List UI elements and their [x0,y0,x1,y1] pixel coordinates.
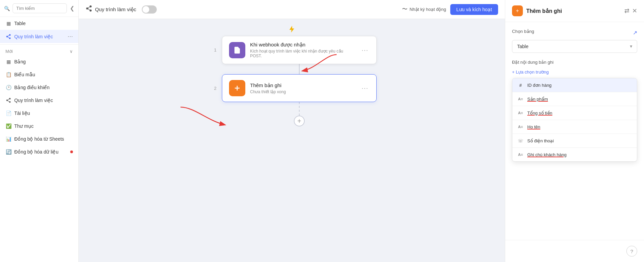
dulieu-icon: 🔄 [5,149,12,155]
tailieu-icon: 📄 [5,110,12,116]
id-donhang-label: ID đơn hàng [527,83,552,88]
step-1-card[interactable]: Khi webhook được nhận Kích hoạt quy trìn… [222,36,377,64]
san-pham-label: Sản phẩm [527,97,548,102]
bieumau-icon: 📋 [5,72,12,78]
add-record-icon: + [516,8,519,14]
dropdown-item-tong-so-tien[interactable]: A≡ Tổng số tiền [512,106,637,120]
sidebar-item-dongbohoa-sheets[interactable]: 📊 Đồng bộ hóa từ Sheets [0,133,78,145]
swap-panel-button[interactable]: ⇄ [624,7,629,15]
help-button[interactable]: ? [626,246,637,257]
dropdown-item-so-dien-thoai[interactable]: ☏ Số điện thoại [512,134,637,147]
search-input[interactable] [13,3,67,13]
step-1-row: 1 Khi webhook được nhận Kích hoạt quy tr… [207,36,377,64]
step-1-title: Khi webhook được nhận [250,42,355,48]
set-content-label: Đặt nội dung bản ghi [512,60,637,65]
panel-header-actions: ⇄ ✕ [624,7,637,15]
workflow-canvas: 1 Khi webhook được nhận Kích hoạt quy tr… [79,19,505,262]
svg-line-3 [8,35,9,36]
step-1-info: Khi webhook được nhận Kích hoạt quy trìn… [250,42,355,58]
tong-so-tien-label: Tổng số tiền [527,110,552,116]
step-1-more-button[interactable]: ⋯ [360,45,370,56]
sidebar-item-thumuc-label: Thư mục [14,123,34,129]
sidebar-item-more-button[interactable]: ⋯ [68,33,73,40]
sidebar-item-bieumau[interactable]: 📋 Biểu mẫu [0,68,78,81]
sidebar-item-bang-label: Bảng [14,59,26,64]
hash-icon: # [517,82,524,88]
dropdown-item-id-donhang[interactable]: # ID đơn hàng [512,78,637,92]
workflow-title-area: Quy trình làm việc [86,5,136,14]
sidebar-item-bang[interactable]: ▦ Bảng [0,55,78,68]
connector-2: + [294,102,305,126]
sidebar-item-table[interactable]: ▦ Table [0,17,78,30]
open-link-button[interactable]: ↗ [633,29,637,36]
connector-1 [299,64,300,74]
sidebar-item-quytrinh-label: Quy trình làm việc [14,98,53,103]
svg-point-1 [9,34,11,36]
svg-point-0 [6,36,8,37]
sidebar-item-bangdieukien[interactable]: 🕐 Bảng điều khiển [0,81,78,94]
svg-line-13 [88,7,90,8]
dropdown-item-san-pham[interactable]: A≡ Sản phẩm [512,92,637,106]
dropdown-item-ghi-chu[interactable]: A≡ Ghi chú khách hàng [512,148,637,161]
step-1-desc: Kích hoạt quy trình làm việc khi nhận đư… [250,49,355,58]
add-field-button[interactable]: + Lựa chọn trường [512,67,549,77]
sidebar-divider [0,44,78,45]
ghi-chu-label: Ghi chú khách hàng [527,152,567,157]
workflow-title-icon [86,5,92,14]
text-icon-4: A≡ [517,151,524,158]
sidebar-item-tailieu[interactable]: 📄 Tài liệu [0,107,78,120]
svg-line-14 [88,9,90,10]
step-2-info: Thêm bản ghi Chưa thiết lập xong [250,82,355,94]
panel-title: Thêm bản ghi [526,8,621,14]
svg-point-12 [90,9,92,12]
sidebar-item-thumuc[interactable]: ✅ Thư mục [0,120,78,133]
table-icon: ▦ [5,20,12,26]
step-2-more-button[interactable]: ⋯ [360,83,370,94]
text-icon-2: A≡ [517,109,524,116]
choose-table-row: Chọn bảng ↗ [512,29,637,37]
sidebar-item-dongbohoa-dulieu[interactable]: 🔄 Đồng bộ hóa dữ liệu [0,145,78,158]
text-icon-1: A≡ [517,96,524,102]
activity-log-button[interactable]: 〜 Nhật ký hoạt động [402,6,446,13]
collapse-sidebar-button[interactable]: ❮ [70,5,74,12]
red-dot-indicator [70,150,73,153]
table-select[interactable]: Table [512,40,637,53]
svg-line-9 [8,101,9,102]
top-bar: Quy trình làm việc 〜 Nhật ký hoạt động L… [79,0,505,19]
sidebar-item-bieumau-label: Biểu mẫu [14,72,35,77]
step-2-title: Thêm bản ghi [250,82,355,88]
bang-icon: ▦ [5,59,12,65]
save-activate-button[interactable]: Lưu và kích hoạt [450,4,498,15]
chevron-down-icon[interactable]: ∨ [70,49,73,54]
sidebar-item-workflow[interactable]: Quy trình làm việc ⋯ [0,30,78,43]
sidebar-item-quytrinh[interactable]: Quy trình làm việc [0,94,78,107]
field-dropdown-list: # ID đơn hàng A≡ Sản phẩm A≡ Tổng số tiề… [512,78,637,162]
panel-footer: ? [505,240,644,262]
step-2-row: 2 Thêm bản ghi Chưa thiết lập xong ⋯ [207,74,377,102]
step-2-desc: Chưa thiết lập xong [250,89,355,94]
activity-log-label: Nhật ký hoạt động [410,7,446,12]
panel-body: Chọn bảng ↗ Table ▼ Đặt nội dung bản ghi… [505,22,644,240]
sidebar-item-workflow-label: Quy trình làm việc [14,34,53,39]
connector-line-1 [299,64,300,74]
choose-table-label: Chọn bảng [512,29,534,34]
quytrinh-icon [5,97,12,103]
text-icon-3: A≡ [517,123,524,130]
search-icon: 🔍 [4,6,10,11]
workflow-title-text: Quy trình làm việc [95,6,136,13]
step-2-card[interactable]: Thêm bản ghi Chưa thiết lập xong ⋯ [222,74,377,102]
svg-marker-15 [289,26,294,33]
close-panel-button[interactable]: ✕ [632,7,637,15]
main-content: Quy trình làm việc 〜 Nhật ký hoạt động L… [79,0,505,262]
step-1-number: 1 [207,47,216,53]
toggle-switch[interactable] [142,5,157,14]
add-step-button[interactable]: + [294,116,305,126]
svg-point-10 [86,7,88,9]
step-2-icon [229,80,245,96]
workflow-icon [5,34,12,40]
sidebar-item-sheets-label: Đồng bộ hóa từ Sheets [14,136,64,142]
svg-line-4 [8,37,9,38]
dropdown-item-ho-ten[interactable]: A≡ Ho tên [512,120,637,134]
right-panel: + Thêm bản ghi ⇄ ✕ Chọn bảng ↗ Table ▼ Đ… [505,0,644,262]
panel-header: + Thêm bản ghi ⇄ ✕ [505,0,644,22]
